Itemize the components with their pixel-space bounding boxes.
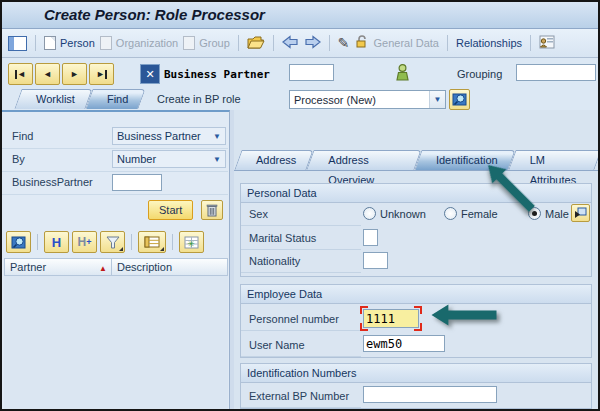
row-divider	[241, 407, 361, 408]
filter-button[interactable]	[100, 231, 125, 253]
toolbar-separator	[530, 35, 531, 51]
marital-status-input[interactable]	[363, 229, 378, 246]
sort-ascending-icon: ▲	[99, 261, 107, 277]
general-data-label: General Data	[374, 37, 439, 49]
radio-unknown-label: Unknown	[380, 208, 426, 220]
new-layout-button[interactable]: ✳	[179, 231, 204, 253]
grouping-label: Grouping	[457, 68, 502, 80]
forward-arrow-icon[interactable]	[304, 35, 321, 51]
chevron-down-icon: ▼	[429, 91, 445, 108]
bp-status-icon[interactable]: ✕	[140, 64, 160, 84]
find-object-value: Business Partner	[113, 130, 209, 142]
relationships-button[interactable]: Relationships	[456, 37, 522, 49]
selection-corner	[360, 306, 368, 314]
user-name-input[interactable]	[363, 335, 445, 352]
row-divider	[241, 225, 361, 226]
record-navigation: ◄ ◄ ► ►	[8, 63, 114, 85]
identification-numbers-title: Identification Numbers	[241, 364, 591, 383]
column-header-partner[interactable]: Partner ▲	[4, 258, 112, 276]
toolbar-separator	[172, 234, 173, 250]
menu-corner	[160, 247, 164, 251]
tab-find[interactable]: Find	[89, 89, 142, 109]
person-button-label: Person	[60, 37, 95, 49]
left-panel-tabstrip: Worklist Find	[18, 89, 142, 109]
personnel-number-input[interactable]	[363, 309, 419, 328]
row-divider	[241, 356, 361, 357]
business-partner-input[interactable]	[289, 64, 334, 81]
tab-lm-attributes[interactable]: LM Attributes	[512, 150, 598, 170]
personnel-number-field-wrap	[363, 309, 419, 328]
radio-option-male[interactable]: Male	[528, 207, 569, 220]
person-button[interactable]: Person	[44, 36, 95, 50]
marital-status-row: Marital Status	[241, 228, 591, 250]
next-record-button[interactable]: ►	[62, 63, 87, 85]
by-value: Number	[113, 153, 209, 165]
radio-female[interactable]	[444, 207, 457, 220]
employee-data-title: Employee Data	[241, 285, 591, 304]
find-button[interactable]: H	[44, 231, 69, 253]
display-change-pencil-icon[interactable]: ✎	[338, 35, 350, 51]
glasses-search-icon	[11, 235, 26, 250]
radio-option-unknown[interactable]: Unknown	[363, 207, 426, 220]
bp-role-dropdown[interactable]: Processor (New) ▼	[289, 90, 446, 109]
sap-window: Create Person: Role Processor Person Org…	[0, 0, 600, 411]
businesspartner-label: BusinessPartner	[12, 176, 93, 188]
display-search-button[interactable]	[6, 231, 31, 253]
radio-unknown[interactable]	[363, 207, 376, 220]
partner-overview-icon[interactable]	[539, 35, 555, 51]
tabstrip-baseline	[234, 170, 598, 171]
expand-icon	[574, 207, 587, 219]
glasses-search-icon	[452, 92, 467, 107]
chevron-down-icon: ▼	[209, 132, 225, 141]
nationality-row: Nationality	[241, 251, 591, 273]
back-arrow-icon[interactable]	[282, 35, 299, 51]
window-title: Create Person: Role Processor	[2, 2, 598, 29]
create-in-bp-role-label: Create in BP role	[157, 93, 241, 105]
unlock-icon[interactable]	[355, 35, 369, 51]
tab-address-overview[interactable]: Address Overview	[310, 150, 418, 170]
start-button[interactable]: Start	[148, 200, 193, 220]
last-glyph: ►	[96, 69, 105, 79]
table-layout-icon	[144, 236, 160, 248]
nationality-input[interactable]	[363, 252, 388, 269]
find-next-button[interactable]: H+	[72, 231, 97, 253]
sex-row: Sex Unknown Female Male	[241, 204, 591, 226]
bp-role-search-button[interactable]	[449, 89, 470, 110]
first-glyph: ◄	[17, 69, 26, 79]
result-table-body[interactable]	[4, 276, 228, 409]
detail-tabstrip: Address Address Overview Identification …	[238, 150, 598, 170]
bp-role-value: Processor (New)	[290, 94, 429, 106]
radio-option-female[interactable]: Female	[444, 207, 498, 220]
tab-address[interactable]: Address	[238, 150, 310, 170]
delete-button[interactable]	[201, 200, 223, 220]
last-record-button[interactable]: ►	[89, 63, 114, 85]
nationality-label: Nationality	[249, 255, 300, 267]
change-layout-button[interactable]	[138, 231, 166, 253]
person-bust-icon	[393, 62, 412, 84]
column-header-description[interactable]: Description	[112, 258, 228, 276]
expand-button[interactable]	[571, 204, 590, 222]
row-divider	[241, 330, 361, 331]
overview-icon[interactable]	[8, 36, 27, 51]
general-data-button: General Data	[374, 37, 439, 49]
user-name-label: User Name	[249, 339, 305, 351]
marital-status-label: Marital Status	[249, 232, 316, 244]
personnel-number-label: Personnel number	[249, 313, 339, 325]
by-dropdown[interactable]: Number ▼	[112, 150, 226, 168]
find-object-dropdown[interactable]: Business Partner ▼	[112, 127, 226, 145]
by-label: By	[12, 153, 25, 165]
tab-worklist[interactable]: Worklist	[18, 89, 89, 109]
grouping-input[interactable]	[516, 64, 596, 81]
businesspartner-input[interactable]	[112, 174, 162, 191]
first-record-button[interactable]: ◄	[8, 63, 33, 85]
employee-data-group: Employee Data Personnel number User Name	[240, 284, 592, 358]
tab-address-label: Address	[256, 154, 296, 166]
toolbar-separator	[238, 35, 239, 51]
open-folder-icon[interactable]	[247, 35, 265, 51]
find-row: Find Business Partner ▼	[2, 126, 228, 149]
row-divider	[241, 249, 361, 250]
toolbar-separator	[37, 234, 38, 250]
result-list-toolbar: H H+ ✳	[6, 231, 204, 253]
external-bp-number-input[interactable]	[363, 386, 497, 403]
previous-record-button[interactable]: ◄	[35, 63, 60, 85]
